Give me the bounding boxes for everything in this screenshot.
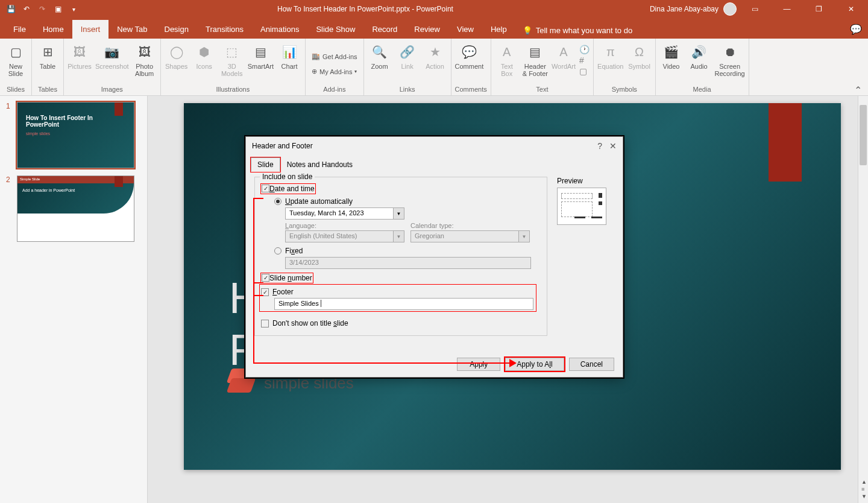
close-icon[interactable]: ✕ — [837, 0, 864, 18]
thumbnail-1[interactable]: 1 How To Insert Footer In PowerPoint sim… — [6, 102, 141, 168]
annotation-line — [253, 198, 263, 199]
cancel-button[interactable]: Cancel — [569, 358, 614, 371]
dialog-tab-notes[interactable]: Notes and Handouts — [280, 157, 359, 172]
equation-button[interactable]: πEquation — [597, 42, 623, 70]
screenshot-icon: 📷 — [102, 42, 122, 62]
tab-help[interactable]: Help — [482, 20, 515, 39]
fixed-date-input[interactable]: 3/14/2023 — [285, 257, 531, 269]
dont-show-title-label: Don't show on title slide — [272, 319, 348, 327]
tab-animations[interactable]: Animations — [252, 20, 307, 39]
collapse-ribbon-icon[interactable]: ⌃ — [854, 84, 862, 96]
equation-icon: π — [601, 42, 620, 62]
wordart-button[interactable]: AWordArt — [552, 42, 576, 70]
tab-design[interactable]: Design — [156, 20, 197, 39]
slide-thumbnails-panel: 1 How To Insert Footer In PowerPoint sim… — [0, 96, 148, 503]
group-tables-label: Tables — [36, 86, 60, 94]
save-icon[interactable]: 💾 — [4, 2, 18, 16]
bulb-icon: 💡 — [523, 26, 532, 35]
symbol-button[interactable]: ΩSymbol — [627, 42, 652, 70]
smartart-button[interactable]: ▤SmartArt — [248, 42, 274, 70]
redo-icon[interactable]: ↷ — [35, 2, 49, 16]
object-icon[interactable]: ▢ — [579, 66, 590, 76]
new-slide-button[interactable]: ▢New Slide — [4, 42, 28, 77]
qat-customize-icon[interactable]: ▾ — [66, 2, 81, 16]
group-text-label: Text — [495, 86, 590, 94]
tab-slideshow[interactable]: Slide Show — [307, 20, 363, 39]
slide-number-checkbox[interactable] — [262, 274, 269, 282]
maximize-icon[interactable]: ❐ — [805, 0, 832, 18]
header-footer-button[interactable]: ▤Header & Footer — [523, 42, 548, 77]
thumbnail-2[interactable]: 2 Simple Slide Add a header in PowerPoin… — [6, 176, 141, 242]
share-icon[interactable]: 💬 — [850, 24, 862, 35]
icons-button[interactable]: ⬢Icons — [192, 42, 216, 70]
pictures-button[interactable]: 🖼Pictures — [68, 42, 92, 70]
table-icon: ⊞ — [38, 42, 57, 62]
dialog-close-icon[interactable]: ✕ — [609, 141, 617, 151]
apply-button[interactable]: Apply — [457, 358, 500, 371]
date-time-label: Date and time — [269, 185, 315, 193]
calendar-combo[interactable]: Gregorian▼ — [410, 230, 530, 242]
screen-recording-button[interactable]: ⏺Screen Recording — [715, 42, 745, 77]
screenshot-button[interactable]: 📷Screenshot — [95, 42, 129, 70]
date-time-icon[interactable]: 🕐 — [579, 45, 590, 54]
minimize-icon[interactable]: — — [773, 0, 800, 18]
get-addins-button[interactable]: 🏬Get Add-ins — [309, 51, 359, 62]
photo-album-button[interactable]: 🖼Photo Album — [133, 42, 157, 77]
table-button[interactable]: ⊞Table — [36, 42, 60, 70]
comment-button[interactable]: 💬Comment — [455, 42, 484, 70]
chevron-down-icon[interactable]: ▼ — [393, 208, 404, 219]
tab-record[interactable]: Record — [363, 20, 406, 39]
link-icon: 🔗 — [398, 42, 417, 62]
3d-models-button[interactable]: ⬚3D Models — [220, 42, 244, 77]
group-illustrations-label: Illustrations — [165, 86, 301, 94]
footer-text-input[interactable]: Simple Slides — [274, 298, 533, 310]
tab-home[interactable]: Home — [34, 20, 72, 39]
audio-button[interactable]: 🔊Audio — [687, 42, 711, 70]
my-addins-button[interactable]: ⊕My Add-ins▾ — [309, 66, 359, 77]
dialog-help-icon[interactable]: ? — [597, 141, 602, 151]
date-format-combo[interactable]: Tuesday, March 14, 2023▼ — [285, 207, 404, 220]
zoom-button[interactable]: 🔍Zoom — [368, 42, 392, 70]
ribbon-tabs: File Home Insert New Tab Design Transiti… — [0, 18, 868, 39]
tab-insert[interactable]: Insert — [72, 20, 109, 39]
start-from-beginning-icon[interactable]: ▣ — [51, 2, 65, 16]
slide-number-icon[interactable]: # — [579, 55, 590, 65]
tab-transitions[interactable]: Transitions — [197, 20, 252, 39]
action-icon: ★ — [426, 42, 445, 62]
link-button[interactable]: 🔗Link — [395, 42, 420, 70]
chevron-down-icon[interactable]: ▼ — [518, 231, 529, 242]
shapes-icon: ◯ — [167, 42, 186, 62]
user-avatar[interactable] — [723, 2, 737, 16]
wordart-icon: A — [554, 42, 573, 62]
annotation-line — [253, 198, 254, 364]
chart-button[interactable]: 📊Chart — [277, 42, 301, 70]
tell-me-search[interactable]: 💡 Tell me what you want to do — [523, 26, 632, 39]
update-auto-radio[interactable] — [274, 198, 281, 205]
group-links-label: Links — [368, 86, 447, 94]
fit-slide-icon[interactable]: ▲≡▼ — [861, 479, 867, 499]
tab-review[interactable]: Review — [406, 20, 448, 39]
date-time-checkbox[interactable] — [262, 185, 269, 192]
dialog-title: Header and Footer — [252, 142, 313, 150]
group-slides-label: Slides — [4, 86, 28, 94]
store-icon: 🏬 — [312, 52, 320, 60]
dont-show-title-checkbox[interactable] — [261, 320, 269, 327]
shapes-button[interactable]: ◯Shapes — [165, 42, 189, 70]
document-title: How To Insert Header In PowerPoint.pptx … — [81, 5, 650, 13]
group-media-label: Media — [659, 86, 745, 94]
tab-file[interactable]: File — [5, 20, 34, 39]
video-button[interactable]: 🎬Video — [659, 42, 684, 70]
zoom-icon: 🔍 — [370, 42, 389, 62]
action-button[interactable]: ★Action — [423, 42, 447, 70]
textbox-button[interactable]: AText Box — [495, 42, 519, 77]
dialog-tab-slide[interactable]: Slide — [251, 157, 280, 172]
fixed-radio[interactable] — [274, 247, 281, 255]
vertical-scrollbar[interactable]: ▲≡▼ — [858, 96, 868, 503]
ribbon-display-icon[interactable]: ▭ — [741, 0, 769, 18]
chevron-down-icon[interactable]: ▼ — [393, 231, 404, 242]
tab-view[interactable]: View — [448, 20, 482, 39]
undo-icon[interactable]: ↶ — [19, 2, 34, 16]
language-combo[interactable]: English (United States)▼ — [285, 230, 404, 242]
preview-label: Preview — [557, 177, 614, 185]
tab-newtab[interactable]: New Tab — [108, 20, 156, 39]
